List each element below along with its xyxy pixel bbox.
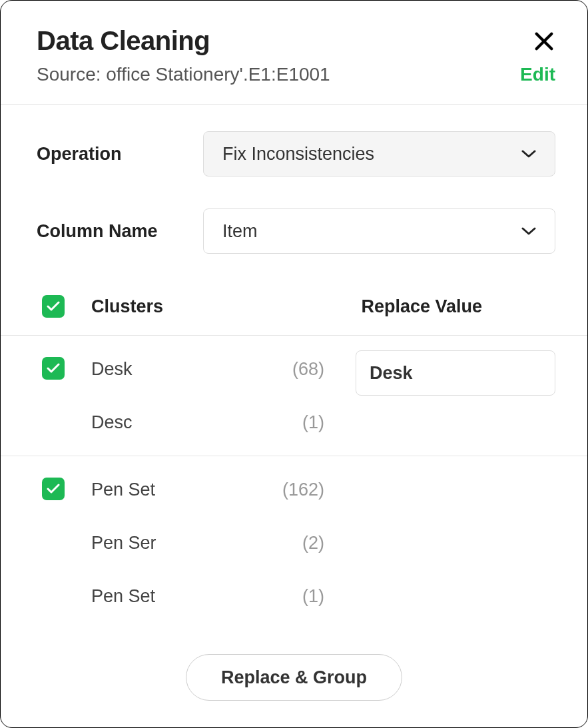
cluster-item: Pen Ser (2)	[91, 524, 345, 561]
panel-header: Data Cleaning Source: office Stationery'…	[1, 1, 587, 105]
operation-value: Fix Inconsistencies	[222, 144, 374, 165]
cluster-item: Desc (1)	[91, 404, 345, 441]
data-cleaning-panel: Data Cleaning Source: office Stationery'…	[0, 0, 588, 728]
select-all-checkbox[interactable]	[42, 295, 65, 318]
item-count: (1)	[271, 412, 324, 433]
item-count: (1)	[271, 586, 324, 607]
operation-select[interactable]: Fix Inconsistencies	[203, 131, 555, 177]
item-name: Desc	[91, 412, 271, 433]
replace-input-wrap	[356, 471, 555, 615]
clusters-column-header: Clusters	[91, 296, 163, 317]
close-icon[interactable]	[533, 30, 555, 53]
panel-footer: Replace & Group	[1, 654, 587, 701]
cluster-items: Pen Set (162) Pen Ser (2) Pen Set (1)	[91, 471, 345, 615]
operation-label: Operation	[37, 144, 203, 165]
replace-column-header: Replace Value	[361, 296, 482, 317]
cluster-items: Desk (68) Desc (1)	[91, 350, 345, 441]
replace-input-wrap	[356, 350, 555, 441]
column-row: Column Name Item	[37, 208, 555, 254]
cluster-checkbox[interactable]	[42, 357, 65, 380]
item-name: Pen Set	[91, 586, 271, 607]
operation-row: Operation Fix Inconsistencies	[37, 131, 555, 177]
replace-value-input[interactable]	[356, 350, 555, 396]
cluster-item: Pen Set (1)	[91, 577, 345, 615]
column-value: Item	[222, 221, 258, 242]
item-name: Pen Ser	[91, 533, 271, 553]
clusters-table-header: Clusters Replace Value	[37, 286, 555, 335]
cluster-item: Desk (68)	[91, 350, 345, 388]
edit-link[interactable]: Edit	[520, 64, 555, 85]
replace-and-group-button[interactable]: Replace & Group	[186, 654, 402, 701]
cluster-row: Pen Set (162) Pen Ser (2) Pen Set (1)	[37, 456, 555, 629]
panel-body: Operation Fix Inconsistencies Column Nam…	[1, 105, 587, 629]
cluster-item: Pen Set (162)	[91, 471, 345, 508]
item-count: (2)	[271, 533, 324, 553]
cluster-row: Desk (68) Desc (1)	[37, 336, 555, 456]
panel-title: Data Cleaning	[37, 26, 210, 56]
item-name: Desk	[91, 359, 271, 380]
item-count: (68)	[271, 359, 324, 380]
column-label: Column Name	[37, 221, 203, 242]
source-text: Source: office Stationery'.E1:E1001	[37, 64, 330, 85]
chevron-down-icon	[521, 226, 536, 236]
item-name: Pen Set	[91, 480, 271, 500]
chevron-down-icon	[521, 149, 536, 159]
item-count: (162)	[271, 480, 324, 500]
column-select[interactable]: Item	[203, 208, 555, 254]
cluster-checkbox[interactable]	[42, 478, 65, 500]
